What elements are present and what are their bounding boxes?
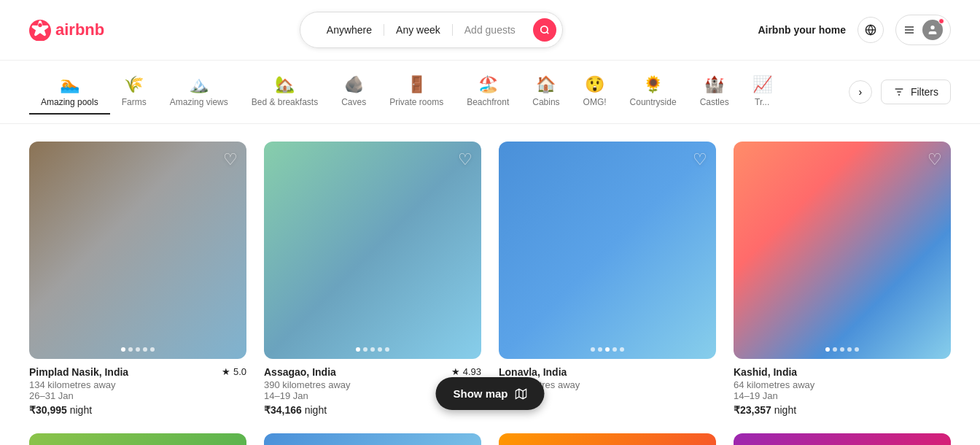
dot-indicators-1 (121, 347, 155, 352)
category-item-farms[interactable]: 🌾 Farms (110, 69, 158, 115)
dot-indicators-4 (825, 347, 859, 352)
map-icon (516, 388, 527, 400)
svg-point-0 (541, 26, 548, 33)
dot-indicators-3 (591, 347, 624, 352)
search-location[interactable]: Anywhere (315, 24, 384, 36)
show-map-button[interactable]: Show map (435, 377, 544, 410)
category-item-amazing-views[interactable]: 🏔️ Amazing views (158, 69, 240, 115)
listing-price-1: ₹30,995 night (29, 404, 246, 416)
category-icon-omg: 😲 (585, 75, 604, 94)
avatar (922, 20, 943, 40)
category-item-countryside[interactable]: 🌻 Countryside (618, 69, 688, 115)
partial-card-2[interactable] (264, 433, 481, 445)
filter-icon (893, 86, 905, 98)
show-map-wrap: Show map (435, 377, 544, 410)
category-item-trending[interactable]: 📈 Tr... (741, 69, 784, 115)
logo[interactable]: airbnb (29, 19, 104, 41)
dot-4 (855, 347, 859, 352)
listing-card-2[interactable]: ♡ Assagao, India ★ 4.93 390 kilometres a… (264, 142, 481, 416)
listings-grid-row2 (0, 433, 980, 445)
filters-label: Filters (911, 86, 938, 98)
search-icon (540, 25, 550, 35)
search-dates[interactable]: Any week (384, 24, 453, 36)
listing-info-1: Pimplad Nasik, India ★ 5.0 134 kilometre… (29, 366, 246, 416)
header-right: Airbnb your home (758, 15, 951, 45)
category-item-private-rooms[interactable]: 🚪 Private rooms (378, 69, 455, 115)
partial-card-4[interactable] (734, 433, 951, 445)
airbnb-logo-icon (29, 19, 51, 41)
category-item-bed-breakfasts[interactable]: 🏡 Bed & breakfasts (240, 69, 330, 115)
listing-dates-4: 14–19 Jan (734, 390, 951, 401)
svg-line-1 (547, 32, 549, 34)
logo-text: airbnb (55, 20, 104, 39)
category-items: 🏊 Amazing pools 🌾 Farms 🏔️ Amazing views… (29, 69, 849, 115)
svg-marker-11 (516, 389, 526, 398)
category-label-amazing-views: Amazing views (170, 97, 228, 107)
listing-image-2: ♡ (264, 142, 481, 359)
category-label-castles: Castles (700, 97, 729, 107)
wishlist-button-2[interactable]: ♡ (458, 150, 472, 169)
listing-price-4: ₹23,357 night (734, 404, 951, 416)
header: airbnb Anywhere Any week Add guests Airb… (0, 0, 980, 61)
wishlist-button-1[interactable]: ♡ (223, 150, 238, 169)
dot-4 (150, 347, 155, 352)
listing-rating-2: ★ 4.93 (451, 366, 481, 377)
wishlist-button-3[interactable]: ♡ (693, 150, 707, 169)
category-label-omg: OMG! (583, 97, 607, 107)
user-menu[interactable] (895, 15, 951, 45)
dot-3 (612, 347, 617, 352)
listing-title-row-1: Pimplad Nasik, India ★ 5.0 (29, 366, 246, 378)
listing-rating-1: ★ 5.0 (222, 366, 246, 377)
dot-2 (370, 347, 375, 352)
user-icon (927, 24, 938, 36)
category-item-amazing-pools[interactable]: 🏊 Amazing pools (29, 69, 110, 115)
language-button[interactable] (858, 17, 884, 43)
listing-card-4[interactable]: ♡ Kashid, India 64 kilometres away 14–19… (734, 142, 951, 416)
dot-2 (840, 347, 844, 352)
partial-card-3[interactable] (499, 433, 716, 445)
listing-image-1: ♡ (29, 142, 246, 359)
listing-dates-1: 26–31 Jan (29, 390, 246, 401)
dot-1 (363, 347, 368, 352)
category-label-farms: Farms (122, 97, 147, 107)
nav-arrow-right[interactable]: › (849, 80, 872, 104)
svg-point-7 (930, 26, 934, 29)
category-label-cabins: Cabins (532, 97, 559, 107)
wishlist-button-4[interactable]: ♡ (928, 150, 942, 169)
airbnb-home-link[interactable]: Airbnb your home (758, 24, 846, 36)
listing-distance-4: 64 kilometres away (734, 379, 951, 390)
dot-1 (833, 347, 837, 352)
listing-location-4: Kashid, India (734, 366, 797, 378)
partial-card-1[interactable] (29, 433, 246, 445)
category-item-beachfront[interactable]: 🏖️ Beachfront (455, 69, 521, 115)
search-button[interactable] (533, 18, 556, 42)
category-item-cabins[interactable]: 🏠 Cabins (521, 69, 571, 115)
dot-2 (605, 347, 610, 352)
dot-0 (356, 347, 360, 352)
dot-3 (143, 347, 147, 352)
notification-dot (938, 18, 944, 24)
listing-card-1[interactable]: ♡ Pimplad Nasik, India ★ 5.0 134 kilomet… (29, 142, 246, 416)
dot-2 (136, 347, 140, 352)
dot-4 (620, 347, 624, 352)
category-nav: 🏊 Amazing pools 🌾 Farms 🏔️ Amazing views… (0, 61, 980, 124)
dot-4 (385, 347, 389, 352)
listing-distance-1: 134 kilometres away (29, 379, 246, 390)
category-icon-private-rooms: 🚪 (407, 75, 427, 94)
search-guests[interactable]: Add guests (453, 24, 527, 36)
filters-button[interactable]: Filters (881, 80, 951, 104)
category-item-caves[interactable]: 🪨 Caves (330, 69, 378, 115)
listing-title-row-2: Assagao, India ★ 4.93 (264, 366, 481, 378)
category-item-castles[interactable]: 🏰 Castles (688, 69, 741, 115)
dot-0 (121, 347, 125, 352)
category-item-omg[interactable]: 😲 OMG! (572, 69, 618, 115)
search-bar[interactable]: Anywhere Any week Add guests (300, 12, 563, 48)
listing-title-row-3: Lonavla, India (499, 366, 716, 378)
category-icon-amazing-pools: 🏊 (60, 75, 79, 94)
listing-info-4: Kashid, India 64 kilometres away 14–19 J… (734, 366, 951, 416)
category-icon-countryside: 🌻 (643, 75, 663, 94)
listing-card-3[interactable]: ♡ Lonavla, India 63 kilometres away Jan (499, 142, 716, 416)
category-icon-beachfront: 🏖️ (478, 75, 498, 94)
show-map-label: Show map (453, 387, 508, 400)
category-label-beachfront: Beachfront (467, 97, 509, 107)
